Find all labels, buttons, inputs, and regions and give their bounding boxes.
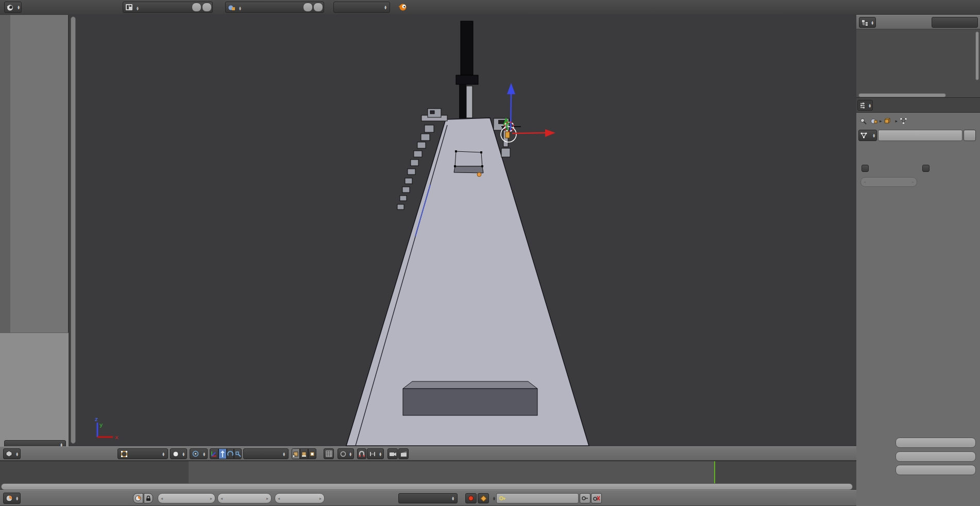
jbeam-slot-field[interactable] <box>895 451 976 462</box>
vertex-select-button[interactable] <box>292 448 300 459</box>
auto-smooth-checkbox[interactable] <box>861 165 869 172</box>
editor-type-button[interactable]: ▲▼ <box>3 448 21 459</box>
proportional-edit-icon <box>340 451 346 457</box>
lock-time-cursor-toggle[interactable] <box>144 493 153 503</box>
manipulator-scale-button[interactable] <box>234 448 242 459</box>
outliner-editor: ▲▼ <box>856 15 980 98</box>
properties-editor-icon <box>859 102 866 109</box>
scene-selector-icon <box>228 5 235 11</box>
transform-orientation-dropdown[interactable]: ▲▼ <box>243 448 289 459</box>
delete-scene-button[interactable] <box>313 3 323 12</box>
sync-mode-dropdown[interactable]: ▲▼ <box>398 493 458 503</box>
outliner-filter-dropdown[interactable] <box>932 17 978 28</box>
proportional-edit-dropdown[interactable]: ▲▼ <box>337 448 354 459</box>
insert-keyframe-button[interactable] <box>580 493 590 503</box>
magnet-icon <box>359 451 365 457</box>
clapper-icon <box>400 451 407 457</box>
timeline-editor-icon <box>6 495 13 502</box>
scene-icon <box>870 117 878 125</box>
jbeam-name-row <box>860 438 977 448</box>
manipulator-rotate-button[interactable] <box>227 448 234 459</box>
jbeam-slot-row <box>860 451 977 462</box>
current-frame-line[interactable] <box>714 461 715 484</box>
ship-model: z y x <box>69 15 856 446</box>
blender-logo-icon <box>398 3 407 11</box>
timeline-header: ▲▼ ◂▸ ◂▸ ◂▸ ▲▼ ▲▼ <box>0 490 856 506</box>
outliner-v-scrollbar[interactable] <box>975 31 979 80</box>
keyingset-spinner[interactable]: ▲▼ <box>491 496 495 500</box>
jbeam-name-field[interactable] <box>895 438 976 448</box>
key-icon <box>499 496 506 501</box>
mode-dropdown[interactable]: ▲▼ <box>117 448 168 459</box>
face-select-button[interactable] <box>308 448 316 459</box>
screen-layout-selector[interactable]: ▲▼ <box>123 2 213 13</box>
render-opengl-button[interactable] <box>387 448 398 459</box>
snap-element-dropdown[interactable]: ▲▼ <box>367 448 384 459</box>
datablock-name-field[interactable] <box>878 130 962 141</box>
keying-mode-button[interactable] <box>478 493 489 503</box>
breadcrumb-arrow-icon: ▸ <box>880 118 882 124</box>
snap-toggle-button[interactable] <box>357 448 366 459</box>
active-keying-set-field[interactable] <box>496 493 579 503</box>
jbeam-prefix-field[interactable] <box>895 465 976 475</box>
editor-type-button[interactable]: ▲▼ <box>859 17 876 28</box>
delete-keyframe-button[interactable] <box>591 493 602 503</box>
blender-window: ▲▼ ▲▼ ▲▼ ▲▼ <box>0 0 980 506</box>
render-opengl-anim-button[interactable] <box>398 448 409 459</box>
scene-selector[interactable]: ▲▼ <box>225 2 324 13</box>
breadcrumb-arrow-icon: ▸ <box>895 118 898 124</box>
timeline-ruler-scrollbar[interactable] <box>1 483 853 490</box>
frame-start-field[interactable]: ◂▸ <box>158 493 215 503</box>
select-mode-buttons <box>292 448 316 459</box>
snap-increment-icon <box>369 451 376 457</box>
viewport-shading-dropdown[interactable]: ▲▼ <box>170 448 187 459</box>
current-frame-field[interactable]: ◂▸ <box>275 493 325 503</box>
edit-mode-icon <box>121 451 127 457</box>
render-engine-selector[interactable]: ▲▼ <box>333 2 390 13</box>
time-cursor-toggle[interactable] <box>133 493 143 503</box>
frame-end-field[interactable]: ◂▸ <box>217 493 272 503</box>
auto-smooth-angle-field[interactable]: ◂▸ <box>860 177 917 187</box>
jbeam-prefix-row <box>860 465 977 475</box>
top-info-bar: ▲▼ ▲▼ ▲▼ ▲▼ <box>0 0 980 15</box>
limit-to-visible-button[interactable] <box>324 448 334 459</box>
app-menu-button[interactable]: ▲▼ <box>4 2 22 13</box>
3d-viewport-editor: z y x ▲▼ <box>0 15 856 461</box>
pin-icon[interactable] <box>859 117 867 125</box>
add-scene-button[interactable] <box>303 3 313 12</box>
close-layout-button[interactable] <box>202 3 212 12</box>
add-layout-button[interactable] <box>192 3 201 12</box>
shading-solid-icon <box>173 451 179 457</box>
double-sided-checkbox[interactable] <box>922 165 930 172</box>
screen-layout-icon <box>126 4 133 11</box>
editor-type-button[interactable]: ▲▼ <box>857 100 873 111</box>
3d-viewport-canvas[interactable]: z y x <box>69 15 856 446</box>
datablock-name-row: ▲▼ <box>856 130 980 142</box>
editor-type-button[interactable]: ▲▼ <box>3 493 21 504</box>
manipulator-translate-button[interactable] <box>218 448 227 459</box>
fake-user-button[interactable] <box>964 130 976 141</box>
camera-render-icon <box>390 451 396 457</box>
edge-select-button[interactable] <box>300 448 308 459</box>
properties-header: ▲▼ <box>856 98 980 113</box>
auto-keyframe-record-button[interactable] <box>465 493 477 503</box>
manipulator-axes-icon[interactable] <box>210 448 218 459</box>
double-sided-toggle[interactable] <box>922 165 933 172</box>
operator-redo-panel: ▲▼ <box>0 333 69 446</box>
outliner-h-scrollbar[interactable] <box>858 93 946 97</box>
breadcrumb: ▸ ▸ <box>856 114 980 128</box>
outliner-header: ▲▼ <box>856 15 980 29</box>
mesh-datablock-button[interactable]: ▲▼ <box>858 130 877 141</box>
gizmo-y-label: y <box>99 422 103 428</box>
selected-vertex[interactable] <box>505 132 510 138</box>
manipulator-buttons <box>210 448 242 459</box>
timeline-canvas[interactable] <box>0 461 856 490</box>
pivot-icon <box>192 450 199 457</box>
blender-logo-icon <box>6 4 14 11</box>
toolshelf-scrollbar[interactable] <box>71 16 76 444</box>
gizmo-z-label: z <box>95 416 98 423</box>
3d-view-editor-icon <box>6 450 12 457</box>
3d-view-header: ▲▼ ▲▼ ▲▼ ▲▼ ▲▼ <box>0 446 856 461</box>
pivot-point-dropdown[interactable]: ▲▼ <box>190 448 208 459</box>
auto-smooth-toggle[interactable] <box>861 165 872 172</box>
